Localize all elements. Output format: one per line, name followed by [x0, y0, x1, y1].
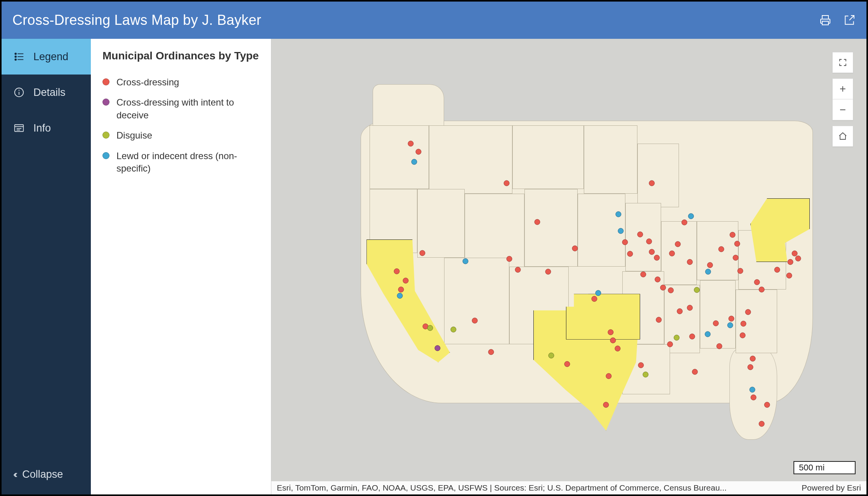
map-marker[interactable]: [618, 228, 623, 234]
map-marker[interactable]: [774, 267, 780, 273]
map-marker[interactable]: [643, 372, 649, 378]
map-marker[interactable]: [451, 327, 457, 333]
map-marker[interactable]: [548, 352, 554, 358]
map-marker[interactable]: [615, 211, 621, 217]
map-marker[interactable]: [615, 346, 621, 352]
map-marker[interactable]: [750, 356, 756, 362]
legend-row: Cross-dressing with intent to deceive: [102, 92, 259, 125]
map-marker[interactable]: [681, 220, 687, 225]
home-button[interactable]: [832, 126, 853, 147]
map-marker[interactable]: [786, 273, 792, 279]
map-marker[interactable]: [434, 345, 440, 351]
map-marker[interactable]: [656, 317, 661, 323]
collapse-button[interactable]: ‹‹ Collapse: [2, 458, 91, 494]
zoom-in-button[interactable]: +: [832, 78, 853, 99]
map-marker[interactable]: [638, 362, 644, 368]
map-marker[interactable]: [729, 316, 734, 321]
map-marker[interactable]: [503, 180, 509, 186]
map-marker[interactable]: [727, 323, 733, 328]
map-marker[interactable]: [507, 256, 512, 262]
map-marker[interactable]: [764, 402, 770, 408]
map-marker[interactable]: [689, 333, 695, 339]
map-marker[interactable]: [707, 262, 713, 268]
map-marker[interactable]: [411, 159, 417, 165]
map-marker[interactable]: [687, 259, 693, 265]
sidebar-item-info[interactable]: Info: [2, 110, 91, 146]
map-marker[interactable]: [564, 361, 570, 367]
map-marker[interactable]: [759, 421, 765, 427]
map-marker[interactable]: [654, 255, 660, 260]
map-marker[interactable]: [787, 259, 793, 265]
map-marker[interactable]: [649, 180, 654, 186]
map-marker[interactable]: [627, 251, 633, 257]
map-marker[interactable]: [795, 255, 801, 261]
map-marker[interactable]: [398, 286, 404, 292]
map-marker[interactable]: [595, 290, 601, 296]
map-marker[interactable]: [733, 255, 738, 260]
share-icon[interactable]: [843, 14, 856, 26]
map-marker[interactable]: [622, 239, 628, 245]
map-marker[interactable]: [677, 309, 682, 314]
map-marker[interactable]: [713, 320, 719, 326]
map-marker[interactable]: [646, 239, 652, 245]
map-marker[interactable]: [740, 333, 746, 338]
map-canvas[interactable]: + − 500 mi Esri, TomTom, Garmin, FAO, NO…: [271, 39, 866, 494]
map-marker[interactable]: [427, 325, 433, 331]
map-marker[interactable]: [668, 288, 674, 293]
map-marker[interactable]: [705, 269, 711, 274]
map-marker[interactable]: [654, 276, 660, 282]
expand-button[interactable]: [832, 52, 853, 73]
map-marker[interactable]: [738, 268, 743, 274]
map-marker[interactable]: [749, 387, 755, 392]
map-marker[interactable]: [472, 317, 478, 323]
map-marker[interactable]: [717, 343, 722, 349]
attribution-powered[interactable]: Powered by Esri: [802, 483, 861, 493]
map-marker[interactable]: [792, 250, 797, 256]
map-marker[interactable]: [669, 250, 675, 256]
map-marker[interactable]: [462, 258, 468, 264]
map-marker[interactable]: [745, 309, 751, 315]
map-marker[interactable]: [687, 305, 693, 310]
map-marker[interactable]: [754, 279, 760, 285]
map-marker[interactable]: [572, 246, 578, 251]
map-marker[interactable]: [705, 331, 710, 337]
map-marker[interactable]: [415, 149, 421, 155]
map-marker[interactable]: [675, 241, 681, 247]
map-marker[interactable]: [403, 278, 409, 284]
map-marker[interactable]: [641, 271, 646, 277]
map-marker[interactable]: [694, 287, 700, 293]
map-marker[interactable]: [515, 267, 521, 273]
map-marker[interactable]: [734, 241, 740, 247]
map-marker[interactable]: [730, 232, 736, 238]
map-marker[interactable]: [718, 246, 724, 252]
map-marker[interactable]: [692, 369, 698, 375]
map-marker[interactable]: [488, 349, 494, 355]
map-marker[interactable]: [674, 335, 679, 341]
map-marker[interactable]: [408, 141, 413, 147]
map-marker[interactable]: [660, 285, 666, 291]
zoom-out-button[interactable]: −: [832, 99, 853, 120]
map-marker[interactable]: [608, 330, 613, 335]
map-marker[interactable]: [592, 296, 597, 302]
map-marker[interactable]: [610, 338, 616, 343]
map-marker[interactable]: [545, 269, 551, 274]
map-marker[interactable]: [740, 321, 746, 326]
map-marker[interactable]: [750, 394, 756, 400]
app-header: Cross-Dressing Laws Map by J. Bayker: [2, 2, 866, 39]
sidebar-item-details[interactable]: Details: [2, 75, 91, 110]
map-marker[interactable]: [748, 364, 753, 370]
map-marker[interactable]: [637, 231, 643, 237]
map-marker[interactable]: [603, 402, 609, 408]
state: [370, 125, 429, 189]
map-marker[interactable]: [649, 249, 654, 255]
sidebar-item-legend[interactable]: Legend: [2, 39, 91, 75]
map-marker[interactable]: [420, 250, 425, 256]
map-marker[interactable]: [535, 219, 540, 225]
map-marker[interactable]: [606, 373, 612, 379]
map-marker[interactable]: [688, 213, 694, 219]
map-marker[interactable]: [397, 293, 403, 299]
map-marker[interactable]: [667, 341, 673, 347]
map-marker[interactable]: [759, 286, 765, 292]
map-marker[interactable]: [394, 268, 400, 274]
print-icon[interactable]: [819, 14, 832, 26]
